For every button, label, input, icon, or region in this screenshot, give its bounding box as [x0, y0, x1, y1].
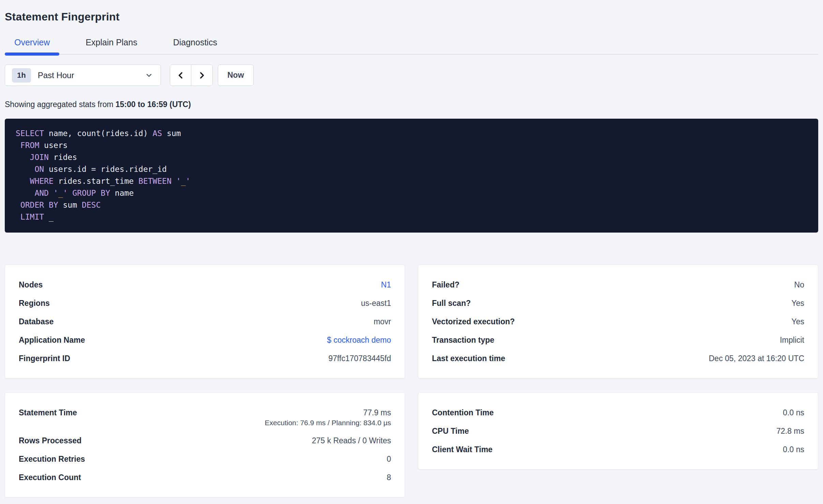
sql-line: FROM users	[16, 139, 807, 151]
stats-prefix: Showing aggregated stats from	[5, 100, 116, 109]
tab-explain-plans[interactable]: Explain Plans	[76, 33, 147, 54]
sql-line: ORDER BY sum DESC	[16, 199, 807, 211]
row-label: Database	[19, 316, 54, 327]
sql-line: WHERE rides.start_time BETWEEN '_'	[16, 175, 807, 187]
row-label: Fingerprint ID	[19, 353, 70, 364]
row-sub-value: Execution: 76.9 ms / Planning: 834.0 µs	[265, 418, 391, 428]
row-value: 0.0 ns	[783, 407, 804, 418]
row-value-wrap: us-east1	[361, 298, 391, 309]
row-value-wrap: 72.8 ms	[776, 426, 804, 436]
interval-pager	[170, 64, 213, 86]
row-rows-processed: Rows Processed275 k Reads / 0 Writes	[19, 435, 391, 446]
row-value: Yes	[791, 298, 804, 309]
row-label: Nodes	[19, 279, 43, 290]
tab-diagnostics[interactable]: Diagnostics	[164, 33, 227, 54]
row-value-wrap: Dec 05, 2023 at 16:20 UTC	[709, 353, 804, 364]
row-client-wait-time: Client Wait Time0.0 ns	[432, 444, 804, 455]
row-label: Rows Processed	[19, 435, 81, 446]
row-label: Transaction type	[432, 335, 494, 345]
row-label: Execution Count	[19, 472, 81, 483]
row-value: us-east1	[361, 298, 391, 309]
row-value: 0.0 ns	[783, 444, 804, 455]
row-value-wrap: 275 k Reads / 0 Writes	[312, 435, 391, 446]
row-value: 77.9 ms	[363, 407, 391, 418]
row-regions: Regionsus-east1	[19, 298, 391, 309]
row-label: Failed?	[432, 279, 460, 290]
prev-interval-button[interactable]	[170, 65, 191, 86]
row-value-wrap: movr	[374, 316, 391, 327]
chevron-right-icon	[197, 71, 206, 80]
row-value: No	[794, 279, 804, 290]
row-execution-count: Execution Count8	[19, 472, 391, 483]
row-value-wrap: N1	[381, 279, 391, 290]
row-label: Contention Time	[432, 407, 494, 418]
row-value: Dec 05, 2023 at 16:20 UTC	[709, 353, 804, 364]
row-value-wrap: 97ffc170783445fd	[328, 353, 391, 364]
row-label: Statement Time	[19, 407, 77, 418]
row-nodes: NodesN1	[19, 279, 391, 290]
row-value: 275 k Reads / 0 Writes	[312, 435, 391, 446]
statement-stats-card: Statement Time77.9 msExecution: 76.9 ms …	[5, 392, 405, 498]
row-value-wrap: Yes	[791, 298, 804, 309]
row-transaction-type: Transaction typeImplicit	[432, 335, 804, 345]
next-interval-button[interactable]	[191, 65, 212, 86]
timing-stats-card: Contention Time0.0 nsCPU Time72.8 msClie…	[418, 392, 818, 470]
execution-attributes-card: Failed?NoFull scan?YesVectorized executi…	[418, 265, 818, 379]
row-value-wrap: 0.0 ns	[783, 444, 804, 455]
sql-line: LIMIT _	[16, 211, 807, 223]
row-vectorized-execution: Vectorized execution?Yes	[432, 316, 804, 327]
row-label: Execution Retries	[19, 454, 85, 464]
statement-details-card: NodesN1Regionsus-east1DatabasemovrApplic…	[5, 265, 405, 379]
tab-overview[interactable]: Overview	[5, 33, 59, 54]
row-value-wrap: Implicit	[780, 335, 804, 345]
sql-line: AND '_' GROUP BY name	[16, 187, 807, 199]
row-statement-time: Statement Time77.9 msExecution: 76.9 ms …	[19, 407, 391, 428]
stats-range: 15:00 to 16:59 (UTC)	[116, 100, 191, 109]
details-grid: NodesN1Regionsus-east1DatabasemovrApplic…	[5, 265, 818, 498]
page-title: Statement Fingerprint	[5, 10, 818, 23]
row-label: Full scan?	[432, 298, 471, 309]
sql-line: SELECT name, count(rides.id) AS sum	[16, 128, 807, 139]
row-value-wrap: No	[794, 279, 804, 290]
sql-line: ON users.id = rides.rider_id	[16, 163, 807, 175]
row-application-name: Application Name$ cockroach demo	[19, 335, 391, 345]
row-value-wrap: 8	[387, 472, 391, 483]
row-value-wrap: 77.9 msExecution: 76.9 ms / Planning: 83…	[265, 407, 391, 428]
row-value-wrap: 0.0 ns	[783, 407, 804, 418]
row-cpu-time: CPU Time72.8 ms	[432, 426, 804, 436]
row-full-scan: Full scan?Yes	[432, 298, 804, 309]
row-last-execution-time: Last execution timeDec 05, 2023 at 16:20…	[432, 353, 804, 364]
sql-line: JOIN rides	[16, 151, 807, 163]
row-fingerprint-id: Fingerprint ID97ffc170783445fd	[19, 353, 391, 364]
tab-bar: Overview Explain Plans Diagnostics	[5, 33, 818, 55]
row-label: Application Name	[19, 335, 85, 345]
row-label: CPU Time	[432, 426, 469, 436]
aggregated-stats-text: Showing aggregated stats from 15:00 to 1…	[5, 100, 818, 109]
row-value: Yes	[791, 316, 804, 327]
row-label: Client Wait Time	[432, 444, 493, 455]
sql-code: SELECT name, count(rides.id) AS sum FROM…	[16, 128, 807, 223]
row-value-wrap: Yes	[791, 316, 804, 327]
sql-statement-block: SELECT name, count(rides.id) AS sum FROM…	[5, 119, 818, 233]
row-database: Databasemovr	[19, 316, 391, 327]
row-label: Last execution time	[432, 353, 505, 364]
row-contention-time: Contention Time0.0 ns	[432, 407, 804, 418]
statement-fingerprint-page: Statement Fingerprint Overview Explain P…	[0, 10, 823, 498]
row-value: 0	[387, 454, 391, 464]
time-interval-select[interactable]: 1h Past Hour	[5, 64, 161, 86]
chevron-left-icon	[176, 71, 185, 80]
row-label: Vectorized execution?	[432, 316, 515, 327]
row-value: 8	[387, 472, 391, 483]
interval-label: Past Hour	[38, 71, 74, 80]
row-value: 72.8 ms	[776, 426, 804, 436]
now-button[interactable]: Now	[218, 64, 254, 86]
row-value-link[interactable]: $ cockroach demo	[327, 335, 391, 345]
row-failed: Failed?No	[432, 279, 804, 290]
row-value: movr	[374, 316, 391, 327]
row-value-link[interactable]: N1	[381, 279, 391, 290]
interval-badge: 1h	[12, 68, 31, 83]
row-execution-retries: Execution Retries0	[19, 454, 391, 464]
row-value: 97ffc170783445fd	[328, 353, 391, 364]
row-value: Implicit	[780, 335, 804, 345]
row-value-wrap: 0	[387, 454, 391, 464]
